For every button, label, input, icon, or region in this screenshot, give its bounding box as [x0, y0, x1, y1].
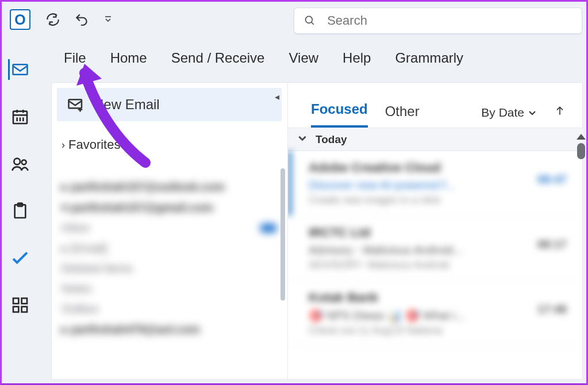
ribbon-tab-help[interactable]: Help: [343, 50, 371, 66]
tab-focused[interactable]: Focused: [311, 101, 368, 128]
scroll-thumb[interactable]: [577, 143, 585, 159]
undo-icon: [74, 12, 89, 27]
chevron-right-icon: ›: [62, 139, 65, 151]
inbox-tabs: Focused Other By Date: [288, 82, 583, 128]
chevron-down-icon: [297, 133, 308, 146]
message-item[interactable]: Adobe Creative Cloud Discover new AI-pow…: [288, 151, 583, 216]
window-scrollbar[interactable]: [576, 134, 586, 159]
group-header-label: Today: [316, 133, 347, 146]
arrow-up-icon: [554, 105, 566, 117]
ribbon-tabs: File Home Send / Receive View Help Gramm…: [2, 37, 586, 79]
svg-point-1: [306, 16, 313, 23]
message-list-pane: Focused Other By Date Today Adobe Creati…: [288, 82, 583, 380]
svg-rect-17: [13, 307, 18, 312]
ribbon-tab-send-receive[interactable]: Send / Receive: [171, 50, 265, 66]
message-list-blurred: Adobe Creative Cloud Discover new AI-pow…: [288, 151, 583, 346]
undo-button[interactable]: [72, 10, 91, 29]
favorites-label: Favorites: [68, 137, 120, 152]
svg-rect-15: [13, 298, 18, 303]
rail-apps-icon[interactable]: [10, 295, 30, 315]
folder-pane-accounts-blurred: ▸ parthshah157@outlook.com ▾ parthshah15…: [51, 167, 287, 380]
collapse-folder-pane-button[interactable]: ◂: [275, 91, 279, 102]
svg-rect-19: [69, 99, 82, 108]
rail-mail-icon[interactable]: [8, 59, 29, 80]
folder-pane-scrollbar[interactable]: [280, 168, 285, 301]
group-header-today[interactable]: Today: [288, 128, 583, 151]
refresh-icon: [45, 12, 60, 27]
rail-tasks-icon[interactable]: [10, 201, 30, 221]
ribbon-tab-file[interactable]: File: [64, 50, 86, 66]
ribbon-tab-view[interactable]: View: [289, 50, 318, 66]
svg-rect-18: [22, 307, 27, 312]
search-input[interactable]: [326, 13, 572, 29]
rail-people-icon[interactable]: [10, 153, 30, 174]
folder-pane: New Email ◂ › Favorites ▸ parthshah157@o…: [51, 82, 288, 380]
main-area: New Email ◂ › Favorites ▸ parthshah157@o…: [51, 82, 583, 380]
svg-rect-16: [22, 298, 27, 303]
rail-calendar-icon[interactable]: [10, 106, 30, 127]
search-bar[interactable]: [294, 7, 582, 34]
sort-by-date-dropdown[interactable]: By Date: [481, 106, 537, 128]
refresh-button[interactable]: [43, 10, 63, 29]
svg-point-11: [14, 159, 20, 165]
scroll-up-icon: [577, 134, 586, 140]
outlook-logo-icon: O: [10, 9, 30, 30]
tab-other[interactable]: Other: [385, 103, 420, 128]
quick-access-toolbar: O: [2, 2, 586, 37]
favorites-header[interactable]: › Favorites: [51, 137, 287, 152]
left-rail: [2, 37, 39, 383]
ribbon-tab-home[interactable]: Home: [110, 50, 147, 66]
svg-line-2: [312, 22, 314, 25]
svg-point-12: [22, 160, 26, 164]
message-item[interactable]: Kotak Bank 🎯 NPS Diwas 📊 🎯 What i... Che…: [288, 281, 583, 346]
chevron-down-icon: [104, 15, 112, 23]
chevron-down-icon: [528, 108, 537, 117]
new-email-button[interactable]: New Email: [57, 88, 282, 121]
message-item[interactable]: IRCTC Ltd Advisory - Malicious Android..…: [288, 216, 583, 281]
new-email-label: New Email: [94, 97, 160, 113]
rail-todo-icon[interactable]: [10, 248, 30, 268]
sort-direction-button[interactable]: [554, 105, 566, 128]
search-icon: [304, 14, 316, 27]
customize-quickaccess-dropdown[interactable]: [104, 15, 112, 25]
sort-by-date-label: By Date: [481, 106, 524, 120]
new-email-icon: [67, 96, 84, 113]
svg-rect-3: [13, 64, 28, 75]
ribbon-tab-grammarly[interactable]: Grammarly: [395, 50, 463, 66]
